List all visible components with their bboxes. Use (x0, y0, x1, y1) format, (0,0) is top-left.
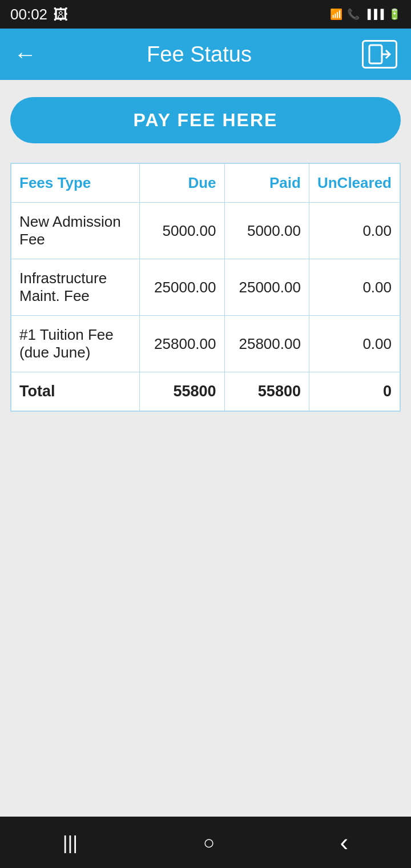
cell-paid: 25000.00 (224, 259, 309, 316)
logout-button[interactable] (362, 40, 397, 69)
back-nav-button[interactable]: ‹ (329, 822, 360, 862)
cell-uncleared: 0.00 (309, 316, 400, 372)
cell-total-uncleared: 0 (309, 372, 400, 412)
image-icon: 🖼 (53, 6, 68, 23)
logout-icon (368, 44, 391, 65)
cell-fees-type: New Admission Fee (11, 203, 140, 259)
table-total-row: Total 55800 55800 0 (11, 372, 400, 412)
cell-due: 25800.00 (140, 316, 224, 372)
header-fees-type: Fees Type (11, 163, 140, 203)
table-row: #1 Tuition Fee (due June) 25800.00 25800… (11, 316, 400, 372)
back-button[interactable]: ← (14, 42, 37, 67)
cell-total-paid: 55800 (224, 372, 309, 412)
cell-fees-type: #1 Tuition Fee (due June) (11, 316, 140, 372)
wifi-icon: 📶 (330, 8, 342, 21)
page-title: Fee Status (147, 42, 252, 67)
cell-fees-type: Infrastructure Maint. Fee (11, 259, 140, 316)
signal-icon: ▐▐▐ (364, 9, 384, 19)
table-row: New Admission Fee 5000.00 5000.00 0.00 (11, 203, 400, 259)
header-paid: Paid (224, 163, 309, 203)
fee-table: Fees Type Due Paid UnCleared New Admissi… (10, 163, 401, 412)
main-content: PAY FEE HERE Fees Type Due Paid UnCleare… (0, 80, 411, 817)
table-row: Infrastructure Maint. Fee 25000.00 25000… (11, 259, 400, 316)
table-header-row: Fees Type Due Paid UnCleared (11, 163, 400, 203)
cell-paid: 25800.00 (224, 316, 309, 372)
home-button[interactable]: ○ (192, 826, 227, 859)
cell-due: 25000.00 (140, 259, 224, 316)
status-bar: 00:02 🖼 📶 📞 ▐▐▐ 🔋 (0, 0, 411, 29)
header-due: Due (140, 163, 224, 203)
bottom-nav: ||| ○ ‹ (0, 817, 411, 868)
status-bar-right: 📶 📞 ▐▐▐ 🔋 (330, 8, 401, 21)
svg-rect-0 (369, 45, 382, 63)
recent-apps-button[interactable]: ||| (51, 826, 90, 859)
status-bar-left: 00:02 🖼 (10, 6, 68, 23)
cell-total-due: 55800 (140, 372, 224, 412)
call-icon: 📞 (347, 8, 360, 21)
header-uncleared: UnCleared (309, 163, 400, 203)
cell-uncleared: 0.00 (309, 203, 400, 259)
cell-uncleared: 0.00 (309, 259, 400, 316)
clock: 00:02 (10, 6, 47, 23)
cell-paid: 5000.00 (224, 203, 309, 259)
app-bar: ← Fee Status (0, 29, 411, 80)
pay-fee-button[interactable]: PAY FEE HERE (10, 97, 401, 143)
cell-due: 5000.00 (140, 203, 224, 259)
battery-icon: 🔋 (388, 8, 401, 21)
cell-total-label: Total (11, 372, 140, 412)
